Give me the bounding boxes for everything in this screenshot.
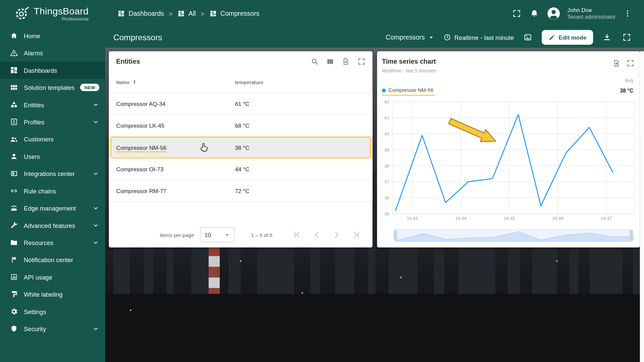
export-button[interactable]: [340, 56, 351, 67]
breadcrumb: Dashboards > All > Compressors: [117, 10, 259, 17]
breadcrumb-dashboards[interactable]: Dashboards: [117, 10, 164, 17]
range-handle-left[interactable]: [394, 230, 397, 241]
dashboard-toolbar: Compressors Compressors Realtime - last …: [105, 27, 644, 48]
fullscreen-button[interactable]: [511, 8, 523, 19]
download-button[interactable]: [601, 32, 613, 43]
previous-page-icon: [312, 230, 321, 240]
column-header-temperature[interactable]: temperature: [235, 79, 263, 85]
sidebar-item-customers[interactable]: Customers: [0, 130, 105, 147]
items-per-page-select[interactable]: 10: [200, 227, 235, 242]
brand-text: ThingsBoard Professional: [34, 6, 89, 21]
new-badge: NEW: [80, 84, 99, 91]
sidebar-item-settings[interactable]: Settings: [0, 303, 105, 320]
sidebar-item-security[interactable]: Security: [0, 320, 105, 337]
timewindow-button[interactable]: Realtime - last minute: [443, 33, 514, 41]
topbar: ThingsBoard Professional Dashboards > Al…: [0, 0, 644, 27]
sidebar-item-edge-management[interactable]: Edge management: [0, 199, 105, 217]
kebab-icon: [623, 9, 632, 18]
sidebar-item-api-usage[interactable]: API usage: [0, 268, 105, 286]
sidebar-item-profiles[interactable]: Profiles: [0, 113, 105, 130]
table-row[interactable]: Compressor RM-7772 °C: [109, 180, 372, 202]
sidebar-item-label: Solution templates: [24, 84, 74, 91]
table-row-highlighted[interactable]: Compressor NM-5638 °C: [110, 137, 371, 159]
sidebar-item-integrations-center[interactable]: Integrations center: [0, 165, 105, 182]
breadcrumb-compressors[interactable]: Compressors: [209, 10, 260, 17]
user-info: John Doe Tenant administrator: [567, 7, 615, 21]
sidebar-item-label: Rule chains: [24, 187, 56, 194]
gear-icon: [10, 307, 18, 315]
dashboard-scrollbar[interactable]: [640, 51, 644, 362]
sidebar-item-label: White labeling: [24, 291, 62, 298]
entity-temperature: 38 °C: [235, 144, 249, 151]
widget-fullscreen-button[interactable]: [356, 56, 367, 67]
user-avatar[interactable]: [546, 6, 561, 21]
last-page-button[interactable]: [352, 230, 361, 240]
search-button[interactable]: [309, 56, 320, 67]
sidebar-item-resources[interactable]: Resources: [0, 234, 105, 251]
next-page-button[interactable]: [332, 230, 341, 240]
dashboard-canvas: Entities Name temperature Compressor AQ-…: [105, 48, 644, 362]
widget-title: Time series chart: [382, 58, 436, 65]
warning-icon: [10, 49, 18, 57]
sidebar-item-notification-center[interactable]: Notification center: [0, 251, 105, 268]
table-header-row: Name temperature: [109, 72, 372, 93]
state-select-value: Compressors: [386, 34, 425, 41]
columns-icon: [326, 57, 334, 65]
breadcrumb-all[interactable]: All: [177, 10, 196, 17]
edit-mode-button[interactable]: Edit mode: [542, 30, 593, 45]
sidebar-item-label: Integrations center: [24, 170, 75, 177]
dashboard-fullscreen-button[interactable]: [621, 32, 632, 43]
first-page-button[interactable]: [292, 230, 302, 240]
user-role: Tenant administrator: [567, 13, 615, 20]
sidebar-item-label: Resources: [24, 239, 53, 246]
export-button[interactable]: [611, 58, 622, 69]
breadcrumb-label: All: [189, 10, 196, 17]
sidebar-item-white-labeling[interactable]: White labeling: [0, 286, 105, 303]
table-row[interactable]: Compressor LK-4568 °C: [109, 115, 372, 137]
image-export-button[interactable]: [522, 32, 534, 43]
entities-widget-header: Entities: [109, 51, 372, 72]
breadcrumb-separator: >: [201, 10, 205, 17]
svg-text:36: 36: [384, 195, 389, 200]
table-row[interactable]: Compressor OI-7344 °C: [109, 159, 372, 180]
sidebar-item-advanced-features[interactable]: Advanced features: [0, 217, 105, 234]
items-per-page-label: Items per page:: [160, 232, 195, 238]
column-header-label: Name: [116, 79, 130, 85]
svg-text:38: 38: [384, 164, 389, 169]
notifications-button[interactable]: [529, 8, 540, 19]
table-row[interactable]: Compressor AQ-3461 °C: [109, 93, 372, 115]
column-header-name[interactable]: Name: [116, 79, 235, 85]
profiles-icon: [10, 118, 18, 126]
clock-icon: [443, 33, 451, 41]
legend-item[interactable]: Compressor NM-56: [382, 87, 435, 96]
widget-fullscreen-button[interactable]: [625, 58, 636, 69]
brand-edition: Professional: [62, 16, 89, 21]
svg-text:16:46: 16:46: [552, 216, 564, 221]
user-icon: [10, 152, 18, 160]
time-range-selector[interactable]: [393, 229, 633, 241]
download-icon: [602, 33, 611, 42]
more-menu-button[interactable]: [622, 8, 633, 19]
flag-icon: [10, 256, 18, 264]
entities-widget: Entities Name temperature Compressor AQ-…: [109, 51, 372, 247]
svg-text:40: 40: [384, 131, 389, 136]
chevron-down-icon: [92, 222, 99, 229]
sidebar-item-rule-chains[interactable]: Rule chains: [0, 182, 105, 199]
range-handle-right[interactable]: [630, 230, 633, 241]
previous-page-button[interactable]: [312, 230, 321, 240]
fullscreen-icon: [626, 59, 634, 67]
entity-temperature: 68 °C: [235, 122, 249, 129]
sidebar-item-solution-templates[interactable]: Solution templatesNEW: [0, 79, 105, 96]
sidebar-item-alarms[interactable]: Alarms: [0, 44, 105, 61]
sidebar-item-home[interactable]: Home: [0, 27, 105, 44]
brand-logo[interactable]: ThingsBoard Professional: [0, 6, 105, 21]
dashboard-state-select[interactable]: Compressors: [386, 34, 435, 41]
sidebar-item-entities[interactable]: Entities: [0, 96, 105, 113]
fullscreen-icon: [357, 57, 365, 65]
columns-button[interactable]: [325, 56, 336, 67]
app-root: ThingsBoard Professional Dashboards > Al…: [0, 0, 644, 362]
sidebar-item-users[interactable]: Users: [0, 148, 105, 165]
svg-text:39: 39: [384, 147, 389, 153]
sidebar-item-dashboards[interactable]: Dashboards: [0, 62, 105, 79]
edit-mode-label: Edit mode: [559, 34, 587, 41]
